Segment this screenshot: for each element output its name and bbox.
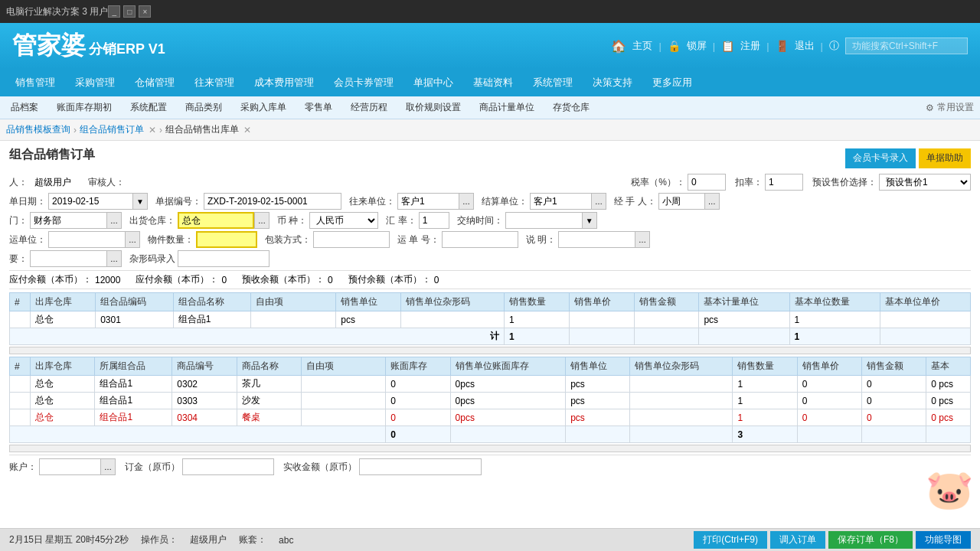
toolbar-category[interactable]: 商品类别 bbox=[181, 99, 227, 116]
toolbar-settings[interactable]: ⚙ 常用设置 bbox=[926, 101, 974, 114]
maximize-btn[interactable]: □ bbox=[123, 5, 136, 18]
header-register[interactable]: 注册 bbox=[740, 39, 760, 53]
header-home[interactable]: 主页 bbox=[632, 39, 652, 53]
nav-system[interactable]: 系统管理 bbox=[524, 69, 582, 96]
nav-more[interactable]: 更多应用 bbox=[643, 69, 701, 96]
table-row[interactable]: 总仓 0301 组合品1 pcs 1 pcs 1 bbox=[10, 311, 971, 328]
nav-orders[interactable]: 单据中心 bbox=[404, 69, 462, 96]
lower-scrollbar[interactable] bbox=[9, 445, 971, 452]
window-controls[interactable]: _ □ × bbox=[108, 5, 151, 18]
lower-table-row[interactable]: 总仓 组合品1 0302 茶几 0 0pcs pcs 1 0 0 0 pcs bbox=[10, 376, 971, 393]
function-search[interactable] bbox=[845, 37, 968, 54]
toolbar-sys-config[interactable]: 系统配置 bbox=[126, 99, 172, 116]
header-nav: 🏠 主页 | 🔒 锁屏 | 📋 注册 | 🚪 退出 | ⓘ bbox=[611, 37, 968, 54]
member-card-btn[interactable]: 会员卡号录入 bbox=[845, 148, 916, 168]
dept-btn[interactable]: … bbox=[106, 212, 122, 229]
lower-total-row: 0 3 bbox=[10, 426, 971, 443]
manager-btn[interactable]: … bbox=[704, 193, 720, 210]
toolbar-account-init[interactable]: 账面库存期初 bbox=[52, 99, 116, 116]
nav-basic[interactable]: 基础资料 bbox=[464, 69, 522, 96]
nav-decision[interactable]: 决策支持 bbox=[583, 69, 642, 96]
minimize-btn[interactable]: _ bbox=[108, 5, 120, 18]
warehouse-input[interactable] bbox=[178, 212, 254, 229]
transport-input[interactable] bbox=[48, 231, 125, 248]
toolbar-price-rules[interactable]: 取价规则设置 bbox=[401, 99, 466, 116]
transport-num-input[interactable] bbox=[442, 231, 518, 248]
package-input[interactable] bbox=[313, 231, 390, 248]
toolbar-retail[interactable]: 零售单 bbox=[300, 99, 337, 116]
nav-member[interactable]: 会员卡券管理 bbox=[325, 69, 403, 96]
balance-pre-payable-value: 0 bbox=[434, 275, 439, 285]
close-btn[interactable]: × bbox=[139, 5, 151, 18]
col-combo-code: 组合品编码 bbox=[96, 293, 173, 311]
transaction-time-btn[interactable]: ▼ bbox=[582, 212, 597, 229]
parts-count-label: 物件数量： bbox=[148, 233, 194, 246]
header-exit[interactable]: 退出 bbox=[795, 39, 815, 53]
transaction-time-input[interactable] bbox=[505, 212, 582, 229]
lcol-price: 销售单价 bbox=[797, 357, 861, 376]
order-deposit-input[interactable] bbox=[182, 458, 274, 475]
transport-btn[interactable]: … bbox=[125, 231, 140, 248]
discount-input[interactable] bbox=[765, 174, 803, 191]
parts-count-input[interactable] bbox=[196, 231, 257, 248]
breadcrumb-close-2[interactable]: ✕ bbox=[243, 125, 251, 135]
app-logo: 管家婆 分销ERP V1 bbox=[12, 29, 165, 63]
tax-input[interactable] bbox=[688, 174, 726, 191]
lcol-amount: 销售金额 bbox=[861, 357, 926, 376]
account-btn[interactable]: … bbox=[100, 458, 116, 475]
lower-table-row-red[interactable]: 总仓 组合品1 0304 餐桌 0 0pcs pcs 1 0 0 0 pcs bbox=[10, 409, 971, 426]
toolbar-product-file[interactable]: 品档案 bbox=[6, 99, 43, 116]
order-num-input[interactable] bbox=[204, 193, 341, 210]
breadcrumb-combo-order[interactable]: 组合品销售订单 bbox=[80, 123, 144, 136]
settlement-btn[interactable]: … bbox=[591, 193, 606, 210]
barcode-input[interactable] bbox=[178, 250, 270, 267]
register-icon: 📋 bbox=[721, 40, 734, 52]
exit-icon: 🚪 bbox=[776, 40, 789, 52]
import-btn[interactable]: 调入订单 bbox=[770, 531, 825, 549]
breadcrumb: 品销售模板查询 › 组合品销售订单 ✕ › 组合品销售出库单 ✕ bbox=[0, 119, 980, 141]
main-content: 组合品销售订单 会员卡号录入 单据助助 人： 超级用户 审核人： 税率（%）： … bbox=[0, 141, 980, 528]
nav-warehouse[interactable]: 仓储管理 bbox=[126, 69, 184, 96]
lcol-free: 自由项 bbox=[301, 357, 386, 376]
barcode-label: 杂形码录入 bbox=[129, 253, 175, 266]
print-btn[interactable]: 打印(Ctrl+F9) bbox=[694, 531, 767, 549]
nav-sales[interactable]: 销售管理 bbox=[6, 69, 64, 96]
header-info[interactable]: ⓘ bbox=[829, 39, 839, 53]
save-btn[interactable]: 保存订单（F8） bbox=[828, 531, 913, 549]
nav-purchase[interactable]: 采购管理 bbox=[66, 69, 124, 96]
account-input[interactable] bbox=[39, 458, 100, 475]
toolbar-measure[interactable]: 商品计量单位 bbox=[475, 99, 539, 116]
page-title: 组合品销售订单 bbox=[9, 147, 95, 163]
warehouse-btn[interactable]: … bbox=[254, 212, 270, 229]
settlement-input[interactable] bbox=[530, 193, 591, 210]
customer-input[interactable] bbox=[397, 193, 459, 210]
actual-amount-input[interactable] bbox=[359, 458, 482, 475]
date-picker-btn[interactable]: ▼ bbox=[132, 193, 148, 210]
price-select[interactable]: 预设售价1 bbox=[879, 174, 971, 191]
breadcrumb-template[interactable]: 品销售模板查询 bbox=[6, 123, 70, 136]
exchange-input[interactable] bbox=[419, 212, 449, 229]
date-input[interactable] bbox=[48, 193, 132, 210]
currency-select[interactable]: 人民币 bbox=[309, 212, 378, 229]
lower-table-row[interactable]: 总仓 组合品1 0303 沙发 0 0pcs pcs 1 0 0 0 pcs bbox=[10, 393, 971, 409]
dept-input[interactable] bbox=[30, 212, 106, 229]
lower-table: # 出库仓库 所属组合品 商品编号 商品名称 自由项 账面库存 销售单位账面库存… bbox=[9, 357, 971, 443]
toolbar-stock[interactable]: 存货仓库 bbox=[548, 99, 594, 116]
note-btn[interactable]: … bbox=[635, 231, 650, 248]
customer-label: 往来单位： bbox=[349, 195, 395, 208]
toolbar-purchase-in[interactable]: 采购入库单 bbox=[236, 99, 291, 116]
note-input[interactable] bbox=[558, 231, 635, 248]
function-map-btn[interactable]: 功能导图 bbox=[916, 531, 971, 549]
nav-transactions[interactable]: 往来管理 bbox=[185, 69, 243, 96]
top-action-buttons: 会员卡号录入 单据助助 bbox=[845, 148, 971, 168]
require-input[interactable] bbox=[30, 250, 106, 267]
manager-input[interactable] bbox=[658, 193, 704, 210]
nav-cost[interactable]: 成本费用管理 bbox=[245, 69, 323, 96]
customer-btn[interactable]: … bbox=[459, 193, 474, 210]
require-btn[interactable]: … bbox=[106, 250, 122, 267]
help-btn[interactable]: 单据助助 bbox=[919, 148, 971, 168]
toolbar-history[interactable]: 经营历程 bbox=[346, 99, 392, 116]
header-lock[interactable]: 锁屏 bbox=[687, 39, 707, 53]
breadcrumb-close-1[interactable]: ✕ bbox=[149, 125, 156, 135]
upper-scrollbar[interactable] bbox=[9, 347, 971, 354]
